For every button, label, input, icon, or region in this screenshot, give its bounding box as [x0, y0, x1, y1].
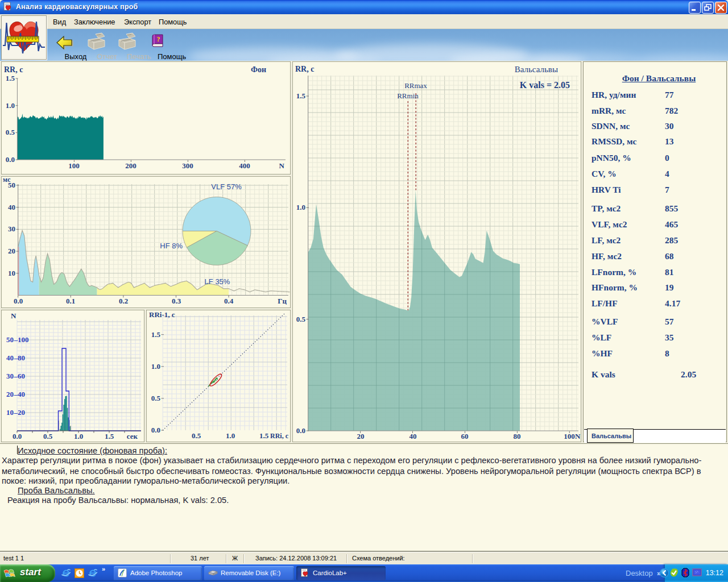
svg-text:0.5: 0.5	[6, 128, 15, 136]
svg-text:1.5: 1.5	[259, 431, 269, 440]
svg-text:RR, с: RR, с	[295, 65, 314, 73]
svg-text:N: N	[279, 161, 285, 170]
svg-text:80: 80	[514, 432, 521, 440]
svg-text:–20: –20	[14, 408, 26, 417]
svg-text:0.0: 0.0	[13, 432, 22, 440]
svg-text:300: 300	[182, 161, 193, 170]
svg-text:?: ?	[157, 35, 160, 43]
svg-text:50: 50	[6, 335, 14, 344]
svg-text:1.0: 1.0	[151, 362, 160, 371]
svg-text:0.0: 0.0	[14, 297, 23, 305]
svg-text:0.1: 0.1	[66, 297, 75, 305]
svg-text:RRmin: RRmin	[397, 92, 419, 100]
svg-text:1.5: 1.5	[296, 92, 306, 100]
svg-text:30: 30	[6, 372, 14, 380]
svg-text:10: 10	[6, 408, 14, 417]
svg-text:1.0: 1.0	[74, 432, 83, 440]
svg-text:100: 100	[564, 432, 575, 440]
svg-text:1.5: 1.5	[105, 432, 114, 440]
svg-text:RRmax: RRmax	[404, 81, 427, 90]
svg-text:1.5: 1.5	[151, 330, 161, 339]
svg-text:N: N	[575, 432, 581, 440]
svg-text:K vals = 2.05: K vals = 2.05	[520, 80, 570, 90]
svg-text:Фон: Фон	[251, 65, 266, 74]
svg-text:–100: –100	[14, 335, 29, 344]
svg-text:0.2: 0.2	[119, 297, 128, 305]
svg-text:–80: –80	[14, 354, 26, 362]
svg-text:1.0: 1.0	[6, 101, 15, 110]
svg-text:40: 40	[410, 432, 417, 440]
svg-text:0.0: 0.0	[151, 426, 160, 434]
svg-text:RRi-1, с: RRi-1, с	[149, 310, 175, 319]
svg-text:LF 35%: LF 35%	[205, 277, 230, 286]
svg-text:мс: мс	[3, 176, 11, 184]
svg-text:0.4: 0.4	[224, 297, 234, 305]
svg-text:20: 20	[8, 247, 15, 255]
svg-text:N: N	[11, 311, 16, 320]
svg-text:40: 40	[6, 354, 14, 362]
svg-text:0.5: 0.5	[43, 432, 53, 440]
svg-text:–40: –40	[14, 390, 26, 398]
svg-text:VLF 57%: VLF 57%	[211, 182, 242, 191]
svg-text:400: 400	[239, 161, 250, 170]
svg-text:Гц: Гц	[278, 297, 287, 305]
svg-text:20: 20	[6, 390, 14, 398]
svg-text:200: 200	[125, 161, 136, 170]
svg-text:40: 40	[8, 203, 15, 211]
svg-text:100: 100	[68, 161, 80, 170]
svg-text:1.0: 1.0	[226, 431, 235, 440]
svg-text:0.0: 0.0	[6, 155, 15, 164]
svg-text:HF 8%: HF 8%	[160, 242, 183, 250]
svg-text:Вальсальвы: Вальсальвы	[515, 65, 558, 74]
svg-text:10: 10	[8, 269, 15, 277]
svg-text:0.5: 0.5	[151, 394, 161, 402]
svg-text:RR, с: RR, с	[4, 65, 23, 74]
svg-text:60: 60	[461, 432, 469, 440]
svg-text:–60: –60	[14, 372, 26, 380]
svg-text:1.0: 1.0	[296, 203, 305, 211]
svg-text:0.0: 0.0	[296, 426, 305, 435]
svg-text:20: 20	[357, 432, 365, 440]
svg-text:0.3: 0.3	[172, 297, 181, 305]
svg-text:сек: сек	[127, 432, 138, 440]
svg-text:RRi, с: RRi, с	[270, 432, 289, 440]
svg-text:0.5: 0.5	[192, 431, 201, 440]
svg-text:1.5: 1.5	[6, 74, 15, 82]
svg-text:30: 30	[8, 225, 15, 233]
svg-text:0.5: 0.5	[296, 315, 306, 323]
